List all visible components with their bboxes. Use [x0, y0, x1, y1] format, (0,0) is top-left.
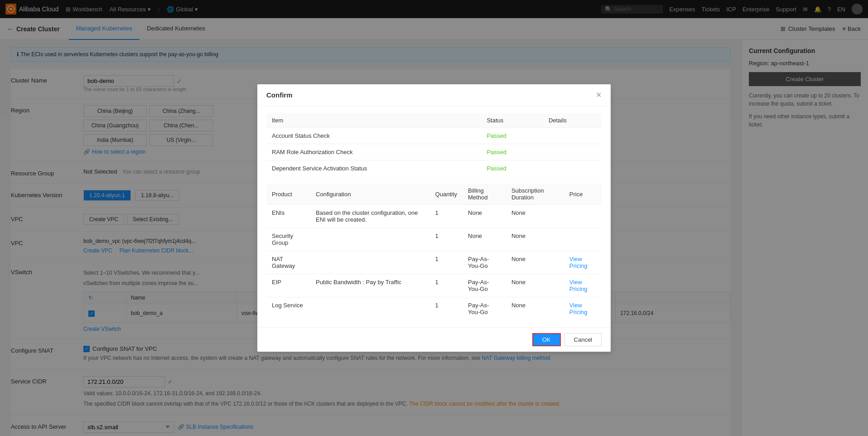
- log-price: View Pricing: [564, 297, 602, 320]
- product-eip: EIP: [266, 274, 310, 297]
- confirm-modal: Confirm ✕ Item Status Details Account St…: [257, 84, 611, 352]
- eni-qty: 1: [430, 205, 463, 228]
- modal-footer: OK Cancel: [257, 327, 611, 352]
- log-view-pricing-link[interactable]: View Pricing: [569, 302, 588, 315]
- table-row: EIP Public Bandwidth : Pay by Traffic 1 …: [266, 274, 602, 297]
- checks-table: Item Status Details Account Status Check…: [266, 113, 602, 176]
- product-nat: NAT Gateway: [266, 251, 310, 274]
- sg-config: [310, 228, 430, 251]
- modal-overlay[interactable]: Confirm ✕ Item Status Details Account St…: [0, 0, 868, 436]
- col-configuration: Configuration: [310, 184, 430, 205]
- table-row: Log Service 1 Pay-As-You-Go None View Pr…: [266, 297, 602, 320]
- modal-ok-button[interactable]: OK: [532, 333, 561, 346]
- product-sg: Security Group: [266, 228, 310, 251]
- sg-qty: 1: [430, 228, 463, 251]
- col-price: Price: [564, 184, 602, 205]
- nat-sub: None: [506, 251, 564, 274]
- nat-price: View Pricing: [564, 251, 602, 274]
- eip-qty: 1: [430, 274, 463, 297]
- check-details-3: [543, 160, 602, 177]
- col-item: Item: [266, 113, 481, 128]
- col-quantity: Quantity: [430, 184, 463, 205]
- table-row: RAM Role Authorization Check Passed: [266, 144, 602, 160]
- check-status-1: Passed: [481, 128, 543, 144]
- sg-billing: None: [463, 228, 506, 251]
- modal-header: Confirm ✕: [257, 84, 611, 106]
- col-billing: Billing Method: [463, 184, 506, 205]
- col-details: Details: [543, 113, 602, 128]
- log-config: [310, 297, 430, 320]
- check-details-1: [543, 128, 602, 144]
- nat-config: [310, 251, 430, 274]
- col-product: Product: [266, 184, 310, 205]
- modal-close-button[interactable]: ✕: [596, 91, 602, 99]
- col-status: Status: [481, 113, 543, 128]
- eni-price: [564, 205, 602, 228]
- eip-view-pricing-link[interactable]: View Pricing: [569, 279, 588, 292]
- product-eni: ENIs: [266, 205, 310, 228]
- table-row: NAT Gateway 1 Pay-As-You-Go None View Pr…: [266, 251, 602, 274]
- check-details-2: [543, 144, 602, 160]
- table-row: Dependent Service Activation Status Pass…: [266, 160, 602, 177]
- nat-billing: Pay-As-You-Go: [463, 251, 506, 274]
- eni-billing: None: [463, 205, 506, 228]
- col-subscription: Subscription Duration: [506, 184, 564, 205]
- eni-config: Based on the cluster configuration, one …: [310, 205, 430, 228]
- table-row: Security Group 1 None None: [266, 228, 602, 251]
- table-row: Account Status Check Passed: [266, 128, 602, 144]
- table-row: ENIs Based on the cluster configuration,…: [266, 205, 602, 228]
- eni-sub: None: [506, 205, 564, 228]
- eip-sub: None: [506, 274, 564, 297]
- modal-body: Item Status Details Account Status Check…: [257, 106, 611, 327]
- product-log: Log Service: [266, 297, 310, 320]
- check-item-2: RAM Role Authorization Check: [266, 144, 481, 160]
- log-billing: Pay-As-You-Go: [463, 297, 506, 320]
- nat-view-pricing-link[interactable]: View Pricing: [569, 256, 588, 269]
- check-item-3: Dependent Service Activation Status: [266, 160, 481, 177]
- eip-billing: Pay-As-You-Go: [463, 274, 506, 297]
- check-status-3: Passed: [481, 160, 543, 177]
- log-qty: 1: [430, 297, 463, 320]
- sg-price: [564, 228, 602, 251]
- check-item-1: Account Status Check: [266, 128, 481, 144]
- sg-sub: None: [506, 228, 564, 251]
- modal-cancel-button[interactable]: Cancel: [564, 333, 602, 346]
- products-table: Product Configuration Quantity Billing M…: [266, 184, 602, 320]
- nat-qty: 1: [430, 251, 463, 274]
- eip-config: Public Bandwidth : Pay by Traffic: [310, 274, 430, 297]
- eip-price: View Pricing: [564, 274, 602, 297]
- log-sub: None: [506, 297, 564, 320]
- modal-title: Confirm: [266, 91, 293, 99]
- check-status-2: Passed: [481, 144, 543, 160]
